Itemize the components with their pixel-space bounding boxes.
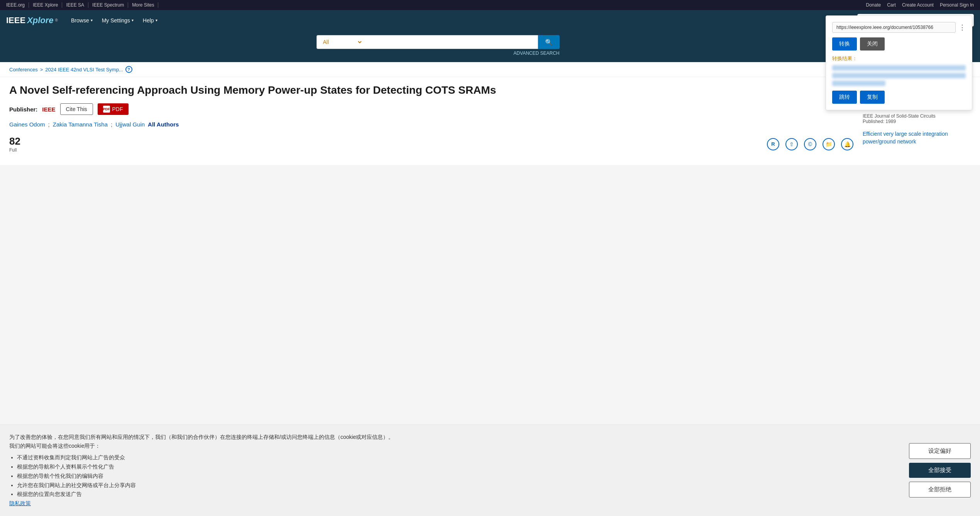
- breadcrumb-sep: >: [40, 67, 43, 73]
- related-year-1: Published: 1989: [863, 119, 971, 124]
- logo-reg: ®: [55, 18, 58, 22]
- topbar-link-ieee-spectrum[interactable]: IEEE Spectrum: [88, 2, 128, 8]
- translator-url-input[interactable]: [832, 22, 956, 33]
- topbar-link-ieee-xplore[interactable]: IEEE Xplore: [29, 2, 62, 8]
- nav-help-label: Help: [143, 17, 154, 24]
- related-title-2[interactable]: Efficient very large scale integration p…: [863, 130, 971, 145]
- author-3[interactable]: Ujjwal Guin: [115, 121, 145, 128]
- stat-label: Full: [9, 147, 17, 153]
- related-journal-1: IEEE Journal of Solid-State Circuits: [863, 113, 971, 119]
- nav-my-settings-label: My Settings: [102, 17, 130, 24]
- translate-result-label: 转换结果：: [832, 55, 966, 62]
- stat-full-text: 82 Full: [9, 135, 20, 153]
- nav-my-settings[interactable]: My Settings ▾: [98, 15, 137, 26]
- authors-row: Gaines Odom ; Zakia Tamanna Tisha ; Ujjw…: [9, 121, 853, 128]
- topbar-link-cart[interactable]: Cart: [887, 2, 896, 8]
- cite-this-button[interactable]: Cite This: [60, 103, 93, 115]
- folder-icon[interactable]: 📁: [823, 138, 835, 150]
- paper-title: A Novel Self-referencing Approach Using …: [9, 83, 853, 97]
- nav-help[interactable]: Help ▾: [139, 15, 161, 26]
- search-button[interactable]: 🔍: [538, 35, 560, 49]
- translator-btn-row: 转换 关闭: [832, 37, 966, 51]
- topbar-link-sign-in[interactable]: Personal Sign In: [940, 2, 974, 8]
- content-area: A Novel Self-referencing Approach Using …: [9, 83, 853, 159]
- all-authors-button[interactable]: All Authors: [148, 121, 179, 128]
- translate-close-button[interactable]: 关闭: [860, 37, 885, 51]
- search-category-select[interactable]: All: [317, 35, 363, 49]
- translate-copy-button[interactable]: 复制: [860, 91, 885, 104]
- translate-jump-button[interactable]: 跳转: [832, 91, 857, 104]
- nav-browse[interactable]: Browse ▾: [67, 15, 96, 26]
- translate-result-blurred-2: [832, 73, 966, 78]
- pdf-label: PDF: [112, 106, 123, 112]
- main-nav: Browse ▾ My Settings ▾ Help ▾: [67, 15, 161, 26]
- copyright-icon[interactable]: ©: [804, 138, 816, 150]
- action-icons: R ⇧ © 📁 🔔: [767, 138, 853, 150]
- stats-row: 82 Full R ⇧ © 📁 🔔: [9, 135, 853, 153]
- stat-number: 82: [9, 135, 20, 147]
- topbar-link-donate[interactable]: Donate: [866, 2, 881, 8]
- translate-result-blurred-3: [832, 81, 885, 86]
- translator-menu-icon[interactable]: ⋮: [959, 23, 966, 32]
- topbar-link-create-account[interactable]: Create Account: [902, 2, 934, 8]
- search-container: All 🔍: [317, 35, 560, 49]
- translate-result-blurred-1: [832, 65, 966, 71]
- publisher-name: IEEE: [42, 106, 55, 113]
- breadcrumb-conferences[interactable]: Conferences: [9, 67, 38, 73]
- topbar-link-more-sites[interactable]: More Sites: [128, 2, 158, 8]
- logo-ieee: IEEE: [6, 15, 25, 25]
- publisher-label: Publisher:: [9, 106, 37, 113]
- logo-xplore: Xplore: [27, 15, 53, 25]
- nav-help-chevron: ▾: [156, 18, 157, 22]
- top-bar: IEEE.org IEEE Xplore IEEE SA IEEE Spectr…: [0, 0, 980, 10]
- logo[interactable]: IEEE Xplore®: [6, 15, 58, 25]
- translator-popup: ⋮ 转换 关闭 转换结果： 跳转 复制: [826, 15, 972, 110]
- topbar-link-ieee-org[interactable]: IEEE.org: [6, 2, 29, 8]
- registered-icon[interactable]: R: [767, 138, 779, 150]
- pdf-button[interactable]: PDF PDF: [98, 103, 129, 115]
- author-1[interactable]: Gaines Odom: [9, 121, 45, 128]
- related-item-2: Efficient very large scale integration p…: [863, 130, 971, 145]
- breadcrumb-venue[interactable]: 2024 IEEE 42nd VLSI Test Symp...: [45, 67, 123, 73]
- translator-url-row: ⋮: [832, 22, 966, 33]
- share-icon[interactable]: ⇧: [785, 138, 798, 150]
- translator-action-row: 跳转 复制: [832, 91, 966, 104]
- nav-browse-label: Browse: [71, 17, 89, 24]
- help-icon[interactable]: ?: [125, 66, 132, 73]
- pdf-icon: PDF: [103, 106, 110, 113]
- author-2[interactable]: Zakia Tamanna Tisha: [53, 121, 108, 128]
- search-input[interactable]: [363, 35, 538, 49]
- publisher-row: Publisher: IEEE Cite This PDF PDF: [9, 103, 853, 115]
- translate-convert-button[interactable]: 转换: [832, 37, 857, 51]
- nav-my-settings-chevron: ▾: [132, 18, 134, 22]
- advanced-search-link[interactable]: ADVANCED SEARCH: [317, 51, 560, 56]
- topbar-link-ieee-sa[interactable]: IEEE SA: [62, 2, 88, 8]
- notification-icon[interactable]: 🔔: [841, 138, 853, 150]
- nav-browse-chevron: ▾: [91, 18, 93, 22]
